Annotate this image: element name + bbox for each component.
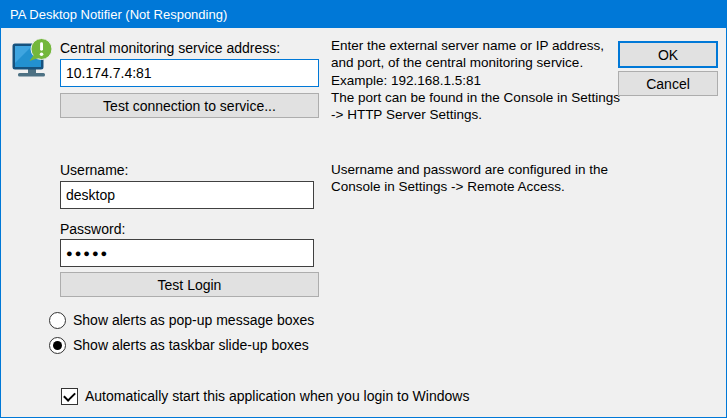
dialog-window: PA Desktop Notifier (Not Responding) Cen… xyxy=(0,0,727,418)
username-input[interactable] xyxy=(60,181,314,209)
window-title: PA Desktop Notifier (Not Responding) xyxy=(10,7,227,22)
password-label: Password: xyxy=(60,221,125,237)
username-label: Username: xyxy=(60,162,128,178)
address-input[interactable] xyxy=(60,59,319,87)
radio-button-icon[interactable] xyxy=(49,312,66,329)
address-help-text: Enter the external server name or IP add… xyxy=(331,37,661,123)
radio-taskbar-alerts-label: Show alerts as taskbar slide-up boxes xyxy=(73,337,309,353)
password-input[interactable] xyxy=(60,239,314,267)
desktop-monitor-alert-icon xyxy=(11,38,53,85)
test-connection-button[interactable]: Test connection to service... xyxy=(60,93,319,118)
radio-popup-alerts[interactable]: Show alerts as pop-up message boxes xyxy=(49,311,314,329)
autostart-option[interactable]: Automatically start this application whe… xyxy=(61,387,469,405)
ok-button[interactable]: OK xyxy=(618,41,718,68)
login-help-text: Username and password are configured in … xyxy=(331,161,661,196)
checkbox-icon[interactable] xyxy=(61,388,78,405)
test-login-button[interactable]: Test Login xyxy=(60,272,319,297)
radio-taskbar-alerts[interactable]: Show alerts as taskbar slide-up boxes xyxy=(49,336,309,354)
radio-popup-alerts-label: Show alerts as pop-up message boxes xyxy=(73,312,314,328)
title-bar[interactable]: PA Desktop Notifier (Not Responding) xyxy=(1,1,726,28)
cancel-button[interactable]: Cancel xyxy=(618,71,718,96)
radio-button-icon[interactable] xyxy=(49,337,66,354)
address-label: Central monitoring service address: xyxy=(60,40,280,56)
autostart-label: Automatically start this application whe… xyxy=(85,388,469,404)
